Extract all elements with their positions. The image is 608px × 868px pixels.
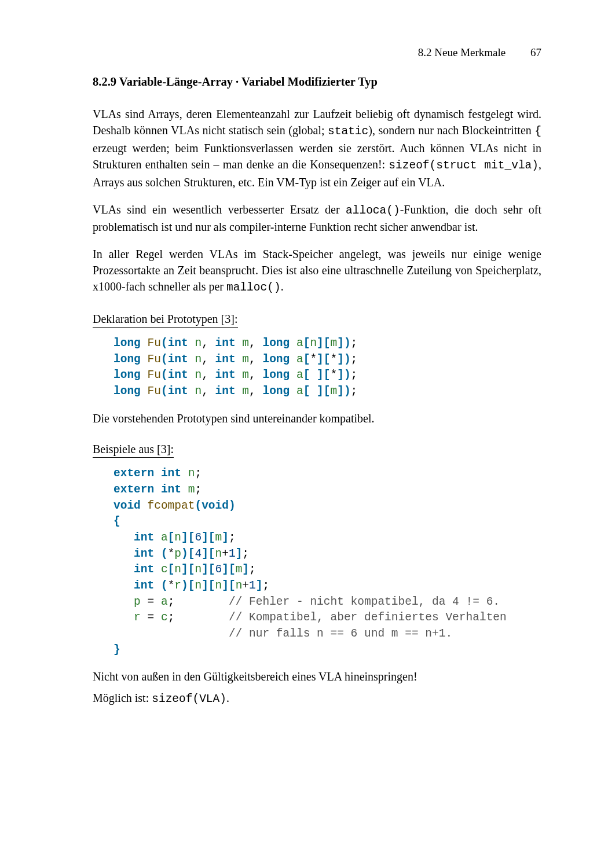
- header-page-number: 67: [530, 46, 541, 58]
- p1-c2: {: [534, 125, 541, 138]
- p6-c1: sizeof(VLA): [152, 693, 226, 705]
- page: 8.2 Neue Merkmale 67 8.2.9 Variable-Läng…: [0, 0, 608, 868]
- paragraph-2: VLAs sind ein wesentlich verbesserter Er…: [93, 201, 541, 236]
- paragraph-5: Nicht von außen in den Gültigkeitsbereic…: [93, 668, 541, 685]
- paragraph-3: In aller Regel werden VLAs im Stack-Spei…: [93, 246, 541, 296]
- section-title: 8.2.9 Variable-Länge-Array · Variabel Mo…: [93, 75, 541, 89]
- p1-c1: static: [328, 125, 368, 138]
- paragraph-1: VLAs sind Arrays, deren Elementeanzahl z…: [93, 106, 541, 191]
- running-header: 8.2 Neue Merkmale 67: [93, 46, 541, 59]
- p2-t1: VLAs sind ein wesentlich verbesserter Er…: [93, 203, 346, 216]
- p6-t1: Möglich ist:: [93, 692, 152, 704]
- header-section: 8.2 Neue Merkmale: [418, 46, 506, 58]
- p3-t2: .: [281, 280, 284, 293]
- paragraph-4: Die vorstehenden Prototypen sind unterei…: [93, 410, 541, 426]
- p1-c3: sizeof(struct mit_vla): [389, 159, 539, 172]
- p6-t2: .: [226, 692, 229, 704]
- label-prototypes: Deklaration bei Prototypen [3]:: [93, 312, 238, 328]
- p1-t2: ), sondern nur nach Blockeintritten: [368, 124, 534, 137]
- p3-t1: In aller Regel werden VLAs im Stack-Spei…: [93, 248, 541, 293]
- p2-c1: alloca(): [346, 204, 400, 217]
- paragraph-6: Möglich ist: sizeof(VLA).: [93, 690, 541, 708]
- code-block-prototypes: long Fu(int n, int m, long a[n][m]); lon…: [113, 336, 541, 400]
- label-examples: Beispiele aus [3]:: [93, 443, 174, 458]
- code-block-examples: extern int n; extern int m; void fcompat…: [113, 466, 541, 658]
- p3-c1: malloc(): [226, 281, 281, 294]
